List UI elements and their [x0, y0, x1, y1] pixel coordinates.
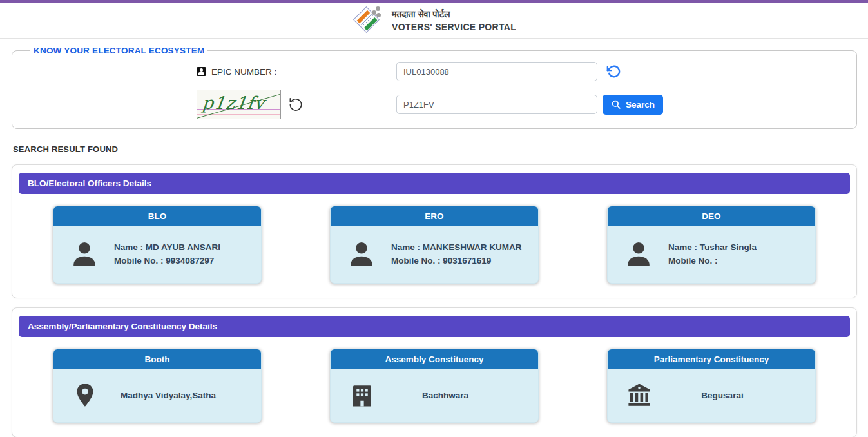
know-your-electoral-ecosystem-panel: KNOW YOUR ELECTORAL ECOSYSTEM EPIC NUMBE… [12, 46, 857, 129]
header: मतदाता सेवा पोर्टल VOTERS' SERVICE PORTA… [0, 3, 868, 39]
assembly-constituency-value: Bachhwara [376, 391, 528, 400]
booth-card: Booth Madhya Vidyalay,Satha [53, 349, 262, 423]
person-icon [69, 238, 100, 269]
ero-mobile: Mobile No. : 9031671619 [391, 256, 522, 266]
blo-name: Name : MD AYUB ANSARI [114, 242, 220, 252]
assembly-constituency-card: Assembly Constituency [330, 349, 539, 423]
constituency-section-title: Assembly/Parliamentary Constituency Deta… [19, 316, 850, 337]
panel-legend: KNOW YOUR ELECTORAL ECOSYSTEM [30, 46, 207, 55]
epic-number-label: EPIC NUMBER : [197, 67, 276, 77]
search-button-label: Search [626, 100, 655, 110]
refresh-captcha-icon[interactable] [287, 96, 304, 113]
blo-card-header: BLO [53, 206, 261, 226]
location-pin-icon [72, 382, 99, 409]
deo-card-header: DEO [608, 206, 815, 226]
officers-section-title: BLO/Electoral Officers Details [19, 173, 850, 194]
id-card-icon [197, 67, 206, 76]
ero-card: ERO Name : MANKESHWAR KUMAR Mobile No. :… [330, 206, 539, 284]
person-icon [623, 238, 654, 269]
bank-icon [626, 382, 653, 409]
search-button[interactable]: Search [603, 95, 663, 115]
search-result-status: SEARCH RESULT FOUND [13, 144, 857, 154]
ero-card-header: ERO [331, 206, 538, 226]
portal-title-english: VOTERS' SERVICE PORTAL [392, 22, 516, 32]
constituency-details-section: Assembly/Parliamentary Constituency Deta… [12, 307, 857, 437]
epic-number-input[interactable] [396, 62, 597, 81]
eci-logo [352, 6, 381, 35]
parliamentary-constituency-value: Begusarai [653, 391, 805, 400]
parliamentary-card-header: Parliamentary Constituency [608, 349, 815, 369]
building-icon [349, 382, 376, 409]
person-icon [346, 238, 377, 269]
assembly-card-header: Assembly Constituency [331, 349, 538, 369]
ero-name: Name : MANKESHWAR KUMAR [391, 242, 522, 252]
deo-name: Name : Tushar Singla [668, 242, 757, 252]
reset-epic-icon[interactable] [606, 64, 621, 79]
blo-card: BLO Name : MD AYUB ANSARI Mobile No. : 9… [53, 206, 262, 284]
search-icon [611, 99, 621, 110]
captcha-input[interactable] [396, 95, 597, 114]
captcha-image: p1z1fv [197, 90, 281, 119]
booth-card-header: Booth [53, 349, 261, 369]
portal-title-hindi: मतदाता सेवा पोर्टल [392, 9, 516, 20]
officers-details-section: BLO/Electoral Officers Details BLO Name … [12, 164, 857, 298]
booth-value: Madhya Vidyalay,Satha [99, 391, 251, 400]
parliamentary-constituency-card: Parliamentary Constituency Begusarai [607, 349, 816, 423]
deo-mobile: Mobile No. : [668, 256, 757, 266]
deo-card: DEO Name : Tushar Singla Mobile No. : [607, 206, 816, 284]
blo-mobile: Mobile No. : 9934087297 [114, 256, 220, 266]
captcha-text: p1z1fv [201, 93, 265, 113]
